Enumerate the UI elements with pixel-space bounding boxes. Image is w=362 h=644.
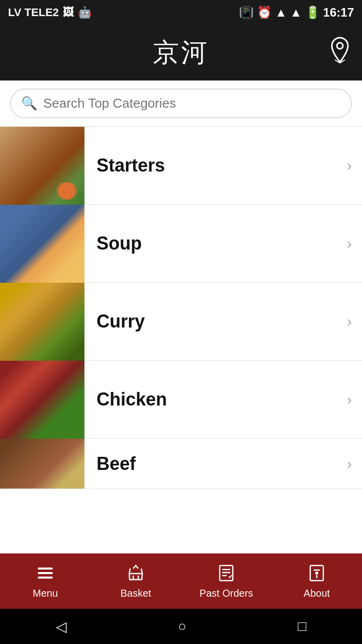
category-label-beef: Beef: [84, 453, 347, 474]
recents-button[interactable]: □: [298, 618, 306, 634]
alarm-icon: ⏰: [257, 6, 272, 20]
category-label-chicken: Chicken: [84, 389, 347, 410]
category-item-starters[interactable]: Starters ›: [0, 127, 362, 205]
category-image-chicken: [0, 361, 84, 439]
nav-item-menu[interactable]: Menu: [0, 559, 90, 603]
category-label-soup: Soup: [84, 233, 347, 254]
nav-item-basket[interactable]: Basket: [90, 559, 181, 603]
search-box[interactable]: 🔍: [10, 89, 352, 118]
svg-rect-2: [38, 572, 53, 574]
signal-icon: ▲: [290, 6, 302, 20]
category-item-curry[interactable]: Curry ›: [0, 283, 362, 361]
category-item-soup[interactable]: Soup ›: [0, 205, 362, 283]
android-nav-bar: ◁ ○ □: [0, 609, 362, 644]
app-logo: 京河: [153, 35, 209, 70]
category-image-curry: [0, 283, 84, 361]
chevron-right-icon: ›: [347, 235, 362, 252]
carrier-label: LV TELE2: [8, 6, 59, 19]
app-header: 京河: [0, 25, 362, 80]
home-button[interactable]: ○: [178, 618, 187, 634]
status-time: 16:17: [323, 6, 354, 20]
search-icon: 🔍: [21, 96, 37, 111]
category-label-starters: Starters: [84, 155, 347, 176]
chevron-right-icon: ›: [347, 455, 362, 472]
status-bar: LV TELE2 🖼 🤖 📳 ⏰ ▲ ▲ 🔋 16:17: [0, 0, 362, 25]
status-left: LV TELE2 🖼 🤖: [8, 6, 92, 19]
past-orders-nav-label: Past Orders: [200, 588, 253, 599]
gallery-icon: 🖼: [63, 6, 74, 19]
basket-nav-icon: [126, 564, 145, 586]
past-orders-nav-icon: [217, 564, 236, 586]
svg-rect-1: [38, 568, 53, 570]
nav-item-past-orders[interactable]: Past Orders: [181, 559, 272, 603]
category-image-soup: [0, 205, 84, 283]
status-right: 📳 ⏰ ▲ ▲ 🔋 16:17: [239, 6, 354, 20]
search-container: 🔍: [0, 80, 362, 127]
category-item-chicken[interactable]: Chicken ›: [0, 361, 362, 439]
chevron-right-icon: ›: [347, 313, 362, 330]
svg-point-0: [337, 43, 343, 49]
categories-list: Starters › Soup › Curry › Chicken › Beef…: [0, 127, 362, 553]
chevron-right-icon: ›: [347, 157, 362, 174]
location-icon[interactable]: [328, 37, 352, 69]
android-icon: 🤖: [78, 6, 92, 19]
chevron-right-icon: ›: [347, 391, 362, 408]
back-button[interactable]: ◁: [56, 618, 67, 635]
svg-rect-3: [38, 577, 53, 579]
battery-icon: 🔋: [305, 6, 320, 20]
category-label-curry: Curry: [84, 311, 347, 332]
category-image-beef: [0, 439, 84, 489]
wifi-icon: ▲: [275, 6, 287, 20]
menu-nav-label: Menu: [33, 588, 58, 599]
basket-nav-label: Basket: [120, 588, 151, 599]
category-item-beef[interactable]: Beef ›: [0, 439, 362, 489]
bottom-nav: Menu Basket Past Orders About: [0, 553, 362, 609]
search-input[interactable]: [43, 96, 341, 111]
nav-item-about[interactable]: About: [272, 559, 362, 603]
about-nav-label: About: [304, 588, 330, 599]
about-nav-icon: [307, 564, 326, 586]
svg-point-12: [315, 572, 318, 575]
vibrate-icon: 📳: [239, 6, 254, 20]
menu-nav-icon: [36, 564, 55, 586]
category-image-starters: [0, 127, 84, 205]
